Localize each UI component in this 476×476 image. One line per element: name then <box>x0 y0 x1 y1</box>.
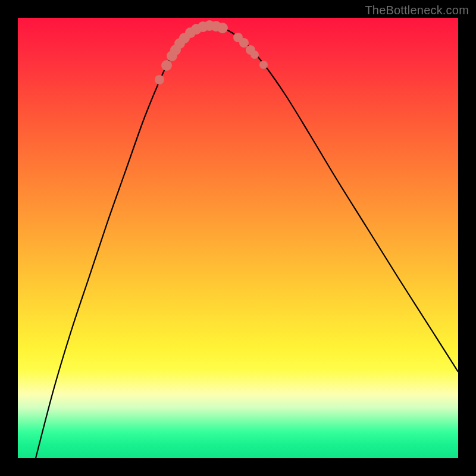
chart-stage: TheBottleneck.com <box>0 0 476 476</box>
bottleneck-curve <box>36 26 458 458</box>
curve-marker <box>217 23 228 33</box>
marker-group <box>155 20 268 84</box>
plot-area <box>18 18 458 458</box>
curve-marker <box>161 60 172 71</box>
curve-marker <box>239 38 249 48</box>
curve-marker <box>250 51 259 59</box>
curve-overlay <box>18 18 458 458</box>
curve-marker <box>155 75 164 84</box>
curve-marker <box>259 61 268 69</box>
watermark-text: TheBottleneck.com <box>365 4 469 17</box>
